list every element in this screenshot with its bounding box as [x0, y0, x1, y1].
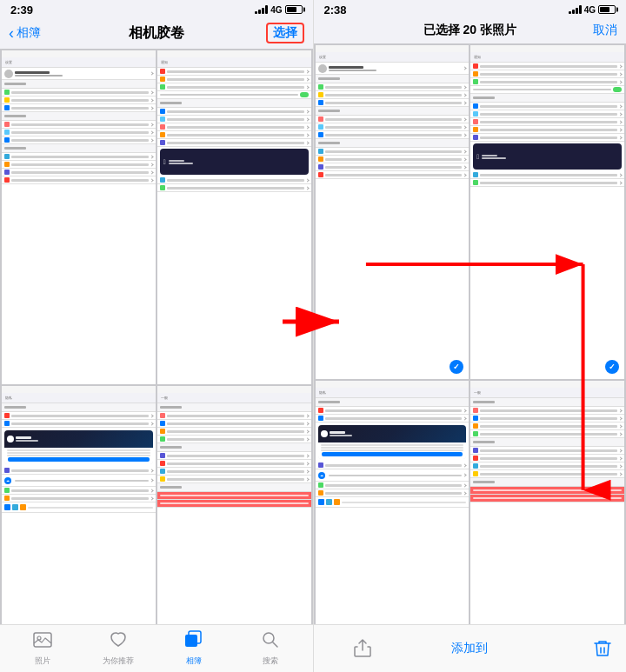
status-icons-right: 4G — [569, 5, 616, 15]
screenshots-grid-left: 设置 — [0, 49, 313, 624]
screenshot-cell-left-4[interactable]: 一般 — [157, 386, 311, 624]
action-bar-right: 添加到 — [314, 624, 627, 672]
tab-albums-left[interactable]: 相簿 — [156, 630, 232, 667]
signal-icon-right — [569, 5, 582, 14]
back-arrow-icon-left: ‹ — [9, 24, 14, 43]
nav-back-left[interactable]: ‹ 相簿 — [9, 24, 41, 43]
time-left: 2:39 — [10, 3, 33, 17]
status-bar-left: 2:39 4G — [0, 0, 313, 19]
battery-icon-left — [285, 5, 303, 14]
screenshot-cell-left-2[interactable]: 通知 — [157, 50, 311, 384]
tab-photos-label-left: 照片 — [35, 655, 50, 667]
content-area-left: 设置 — [0, 49, 313, 624]
cancel-button-right[interactable]: 取消 — [593, 23, 617, 38]
phone-right: 2:38 4G 已选择 20 张照片 取消 — [314, 0, 627, 672]
network-left: 4G — [270, 5, 282, 15]
nav-title-left: 相机胶卷 — [129, 24, 184, 43]
status-icons-left: 4G — [255, 5, 302, 15]
signal-icon-left — [255, 5, 268, 14]
share-button-right[interactable] — [327, 638, 398, 659]
select-button-left[interactable]: 选择 — [266, 23, 304, 43]
time-right: 2:38 — [324, 3, 347, 17]
nav-back-label-left: 相簿 — [17, 25, 41, 41]
phones-container: 2:39 4G ‹ 相簿 相机胶卷 选择 — [0, 0, 626, 672]
screenshot-cell-right-4[interactable]: 一般 — [470, 381, 624, 624]
tab-foryou-label-left: 为你推荐 — [103, 655, 134, 667]
photos-tab-icon-left — [33, 630, 52, 654]
nav-title-right: 已选择 20 张照片 — [423, 23, 516, 38]
svg-point-4 — [263, 633, 274, 643]
screenshot-cell-left-1[interactable]: 设置 — [2, 50, 156, 384]
content-area-right: 设置 — [314, 43, 627, 624]
nav-bar-right: 已选择 20 张照片 取消 — [314, 19, 627, 43]
screenshot-cell-right-1[interactable]: 设置 — [316, 45, 470, 379]
status-bar-right: 2:38 4G — [314, 0, 627, 19]
phone-left: 2:39 4G ‹ 相簿 相机胶卷 选择 — [0, 0, 314, 672]
screenshots-grid-right: 设置 — [314, 43, 627, 624]
network-right: 4G — [584, 5, 596, 15]
screenshot-cell-left-3[interactable]: 隐私 — [2, 386, 156, 624]
nav-bar-left: ‹ 相簿 相机胶卷 选择 — [0, 19, 313, 49]
tab-albums-label-left: 相簿 — [186, 655, 202, 667]
heart-tab-icon-left — [109, 630, 128, 654]
tab-search-left[interactable]: 搜索 — [232, 630, 308, 667]
tab-bar-left: 照片 为你推荐 相簿 — [0, 624, 313, 672]
tab-photos-left[interactable]: 照片 — [4, 630, 80, 667]
screenshot-cell-right-2[interactable]: 通知 — [470, 45, 624, 379]
trash-button-right[interactable] — [542, 638, 613, 659]
screenshot-cell-right-3[interactable]: 隐私 — [316, 381, 470, 624]
albums-tab-icon-left — [184, 630, 203, 654]
tab-search-label-left: 搜索 — [263, 655, 278, 667]
battery-icon-right — [598, 5, 616, 14]
add-to-button-right[interactable]: 添加到 — [398, 641, 542, 656]
svg-rect-2 — [185, 635, 197, 647]
svg-rect-0 — [34, 633, 51, 647]
svg-point-1 — [37, 636, 41, 640]
tab-foryou-left[interactable]: 为你推荐 — [80, 630, 156, 667]
search-tab-icon-left — [261, 630, 280, 654]
